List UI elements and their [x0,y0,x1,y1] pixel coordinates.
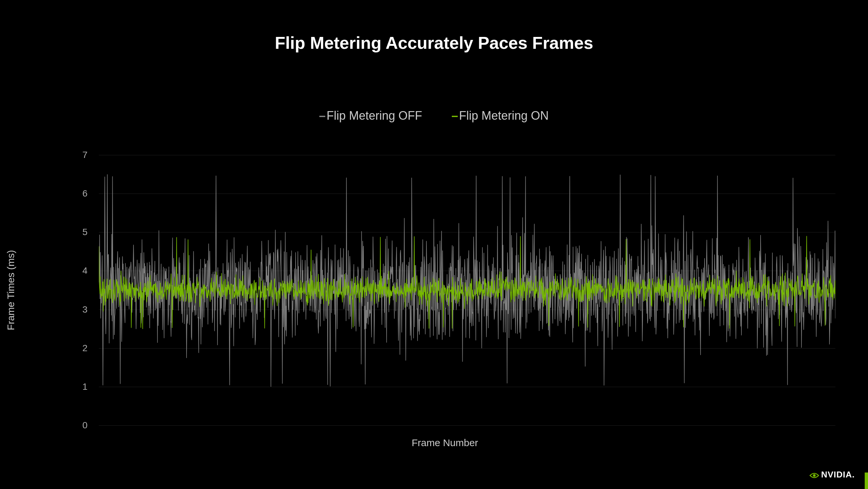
legend-item-off: Flip Metering OFF [319,109,426,122]
gridline [99,425,835,426]
y-tick: 2 [82,343,88,353]
chart-title: Flip Metering Accurately Paces Frames [0,0,868,53]
series-on [99,155,835,425]
y-tick: 6 [82,188,88,199]
y-tick: 4 [82,265,88,276]
chart-area: Frame Times (ms) Frame Number 01234567 [54,155,835,425]
legend-item-on: Flip Metering ON [452,109,549,122]
y-tick: 1 [82,381,88,392]
legend: Flip Metering OFF Flip Metering ON [0,109,868,123]
plot-region [99,155,835,425]
legend-label-on: Flip Metering ON [459,109,549,122]
brand-logo: NVIDIA. [809,469,855,480]
nvidia-eye-icon [809,471,819,479]
y-tick: 3 [82,304,88,315]
legend-label-off: Flip Metering OFF [327,109,422,122]
brand-text: NVIDIA. [821,469,855,480]
y-axis-label: Frame Times (ms) [5,250,17,330]
legend-swatch-on [452,116,458,117]
legend-swatch-off [319,116,325,117]
x-axis-label: Frame Number [411,437,478,449]
svg-point-0 [813,474,816,477]
y-tick: 5 [82,227,88,237]
accent-strip [865,472,868,489]
y-tick: 7 [82,150,88,160]
y-tick: 0 [82,420,88,431]
